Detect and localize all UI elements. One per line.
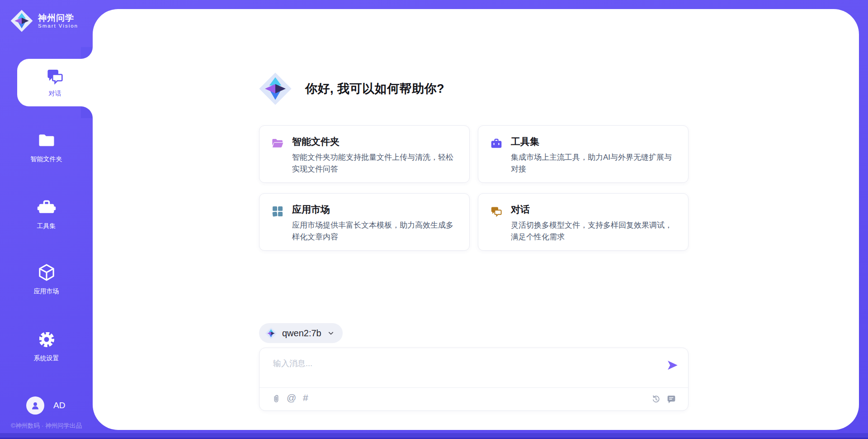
composer-divider xyxy=(259,387,688,388)
sidebar: 神州问学 Smart Vision 对话 智能文件夹 工具集 xyxy=(0,0,93,439)
cube-icon xyxy=(37,262,57,282)
history-icon[interactable] xyxy=(651,394,661,404)
card-description: 应用市场提供丰富长文本模板，助力高效生成多样化文章内容 xyxy=(292,220,460,243)
at-sign-icon[interactable]: @ xyxy=(287,392,296,403)
card-description: 集成市场上主流工具，助力AI与外界无缝扩展与对接 xyxy=(511,152,679,175)
user-initials: AD xyxy=(53,401,65,410)
avatar xyxy=(26,396,44,415)
person-icon xyxy=(30,400,41,411)
card-chat[interactable]: 对话 灵活切换多模型文件，支持多样回复效果调试，满足个性化需求 xyxy=(478,193,689,251)
sidebar-item-label: 应用市场 xyxy=(34,287,59,296)
card-title: 对话 xyxy=(511,203,530,216)
message-input[interactable] xyxy=(272,357,658,385)
folder-open-icon xyxy=(271,137,284,150)
sidebar-item-label: 工具集 xyxy=(37,222,56,230)
model-name: qwen2:7b xyxy=(282,328,321,339)
message-composer: @ # xyxy=(259,348,689,411)
card-title: 应用市场 xyxy=(292,203,330,216)
diamond-logo-icon xyxy=(258,72,292,106)
sidebar-item-label: 系统设置 xyxy=(34,354,59,363)
sidebar-item-label: 智能文件夹 xyxy=(31,155,62,163)
sidebar-item-tools[interactable]: 工具集 xyxy=(0,197,93,230)
sidebar-item-label: 对话 xyxy=(49,90,61,98)
briefcase-icon xyxy=(37,197,57,217)
card-smart-folder[interactable]: 智能文件夹 智能文件夹功能支持批量文件上传与清洗，轻松实现文件问答 xyxy=(259,125,470,183)
active-tab-curve-top xyxy=(81,47,93,59)
folder-icon xyxy=(37,130,57,150)
diamond-logo-icon xyxy=(265,327,277,339)
card-title: 工具集 xyxy=(511,135,539,148)
send-icon[interactable] xyxy=(666,359,679,372)
greeting: 你好, 我可以如何帮助你? xyxy=(258,72,444,106)
active-tab-curve-bottom xyxy=(81,106,93,118)
brand: 神州问学 Smart Vision xyxy=(10,9,78,33)
sidebar-item-market[interactable]: 应用市场 xyxy=(0,262,93,296)
card-description: 智能文件夹功能支持批量文件上传与清洗，轻松实现文件问答 xyxy=(292,152,460,175)
briefcase-icon xyxy=(490,137,503,150)
grid-icon xyxy=(271,205,284,218)
user-profile[interactable]: AD xyxy=(26,396,65,415)
model-selector[interactable]: qwen2:7b xyxy=(259,323,343,343)
sidebar-item-settings[interactable]: 系统设置 xyxy=(0,329,93,363)
brand-subtitle: Smart Vision xyxy=(38,23,78,29)
gear-icon xyxy=(37,329,57,349)
brand-name: 神州问学 xyxy=(38,13,78,23)
chat-icon xyxy=(45,67,66,86)
card-app-market[interactable]: 应用市场 应用市场提供丰富长文本模板，助力高效生成多样化文章内容 xyxy=(259,193,470,251)
chat-icon xyxy=(490,205,503,218)
greeting-title: 你好, 我可以如何帮助你? xyxy=(305,81,444,97)
card-description: 灵活切换多模型文件，支持多样回复效果调试，满足个性化需求 xyxy=(511,220,679,243)
copyright: ©神州数码 · 神州问学出品 xyxy=(0,422,93,430)
card-title: 智能文件夹 xyxy=(292,135,340,148)
sidebar-item-folders[interactable]: 智能文件夹 xyxy=(0,130,93,163)
diamond-logo-icon xyxy=(10,9,33,33)
chevron-down-icon xyxy=(326,329,335,338)
chat-bubble-icon[interactable] xyxy=(666,394,676,404)
card-toolset[interactable]: 工具集 集成市场上主流工具，助力AI与外界无缝扩展与对接 xyxy=(478,125,689,183)
sidebar-item-chat[interactable]: 对话 xyxy=(17,59,93,106)
hash-icon[interactable]: # xyxy=(303,392,308,403)
paperclip-icon[interactable] xyxy=(271,394,281,404)
